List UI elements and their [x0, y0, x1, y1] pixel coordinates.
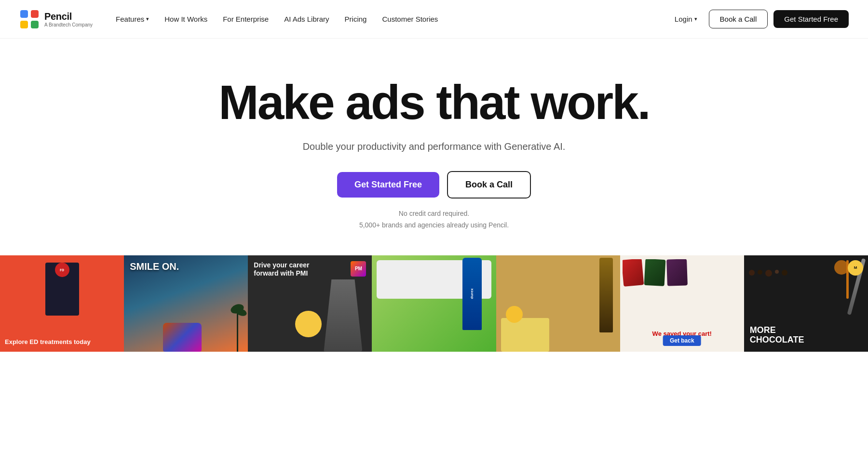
nav-book-call-button[interactable]: Book a Call [709, 10, 768, 28]
nav-link-how-it-works[interactable]: How It Works [159, 11, 213, 27]
logo-icon [19, 9, 40, 29]
gallery-card-2: PM Drive your career forward with PMI [248, 255, 372, 352]
nav-link-ai-ads-library[interactable]: AI Ads Library [278, 11, 335, 27]
gallery-card-6: M MORECHOCOLATE [744, 255, 868, 352]
logo[interactable]: Pencil A Brandtech Company [19, 9, 93, 29]
hero-buttons: Get Started Free Book a Call [337, 171, 531, 199]
svg-rect-3 [31, 21, 39, 28]
card-2-text: Drive your career forward with PMI [254, 261, 321, 278]
navbar: Pencil A Brandtech Company Features ▾ Ho… [0, 0, 868, 39]
logo-tagline: A Brandtech Company [44, 22, 93, 27]
hero-subtitle: Double your productivity and performance… [303, 139, 566, 154]
gallery-card-0: ro Explore ED treatments today [0, 255, 124, 352]
gallery-card-4 [496, 255, 620, 352]
hero-title: Make ads that work. [218, 77, 649, 128]
gallery-card-5: We saved your cart! Get back [620, 255, 744, 352]
nav-links: Features ▾ How It Works For Enterprise A… [110, 11, 444, 27]
card-1-text: SMILE ON. [130, 261, 179, 272]
chevron-down-icon: ▾ [146, 16, 149, 22]
hero-section: Make ads that work. Double your producti… [0, 39, 868, 255]
nav-link-customer-stories[interactable]: Customer Stories [376, 11, 444, 27]
svg-rect-1 [31, 10, 39, 18]
card-6-badge: M [848, 260, 863, 276]
logo-name: Pencil [44, 11, 93, 22]
nav-link-pricing[interactable]: Pricing [339, 11, 373, 27]
ad-gallery: ro Explore ED treatments today SMILE ON.… [0, 255, 868, 352]
card-6-text: MORECHOCOLATE [750, 326, 804, 345]
card-0-text: Explore ED treatments today [5, 338, 119, 346]
svg-rect-0 [20, 10, 28, 18]
svg-rect-2 [20, 21, 28, 28]
login-button[interactable]: Login ▾ [669, 11, 703, 27]
nav-left: Pencil A Brandtech Company Features ▾ Ho… [19, 9, 444, 29]
gallery-card-1: SMILE ON. [124, 255, 248, 352]
hero-book-call-button[interactable]: Book a Call [447, 171, 531, 199]
nav-link-features[interactable]: Features ▾ [110, 11, 155, 27]
chevron-down-icon: ▾ [694, 16, 697, 22]
hero-get-started-button[interactable]: Get Started Free [337, 172, 439, 198]
nav-get-started-button[interactable]: Get Started Free [773, 10, 849, 28]
gallery-card-3: durex [372, 255, 496, 352]
nav-right: Login ▾ Book a Call Get Started Free [669, 10, 849, 28]
logo-text: Pencil A Brandtech Company [44, 11, 93, 27]
hero-note: No credit card required. 5,000+ brands a… [359, 208, 509, 231]
nav-link-for-enterprise[interactable]: For Enterprise [217, 11, 274, 27]
